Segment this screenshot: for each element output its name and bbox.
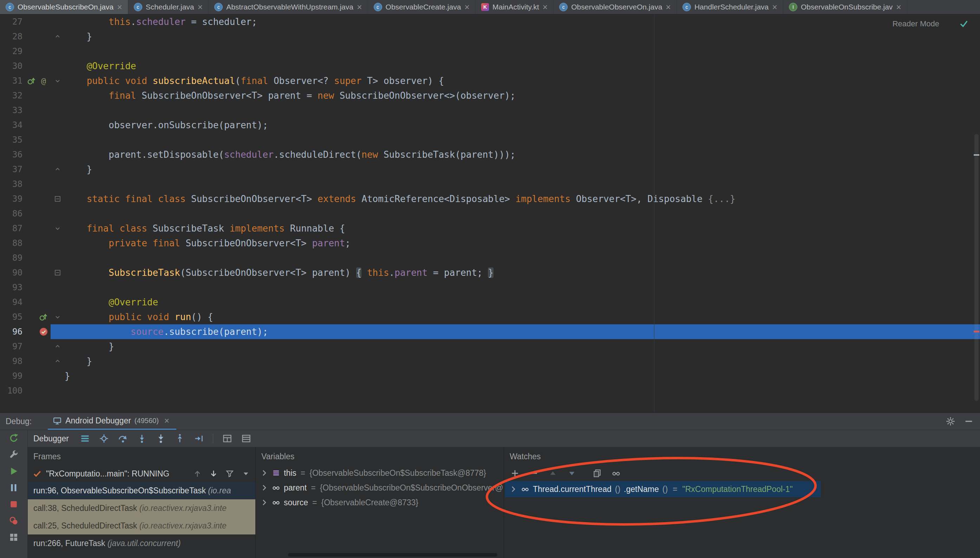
inspections-widget[interactable] [958, 18, 969, 31]
layout-grid-icon[interactable] [8, 532, 19, 543]
close-icon[interactable]: × [117, 3, 122, 11]
code-line[interactable]: 38 [0, 177, 980, 192]
line-number[interactable]: 99 [0, 371, 23, 381]
code-line[interactable]: 39 static final class SubscribeOnObserve… [0, 192, 980, 206]
stop-icon[interactable] [8, 499, 19, 509]
code-line[interactable]: 29 [0, 44, 980, 59]
line-number[interactable]: 89 [0, 253, 23, 263]
code-line[interactable]: 100 [0, 383, 980, 398]
fold-up-icon[interactable] [54, 358, 61, 365]
view-breakpoints-icon[interactable] [8, 515, 19, 526]
move-up-icon[interactable] [548, 469, 557, 478]
fold-box-icon[interactable] [54, 269, 61, 276]
stack-frame[interactable]: call:38, ScheduledDirectTask (io.reactiv… [28, 499, 256, 517]
threads-menu-icon[interactable] [80, 433, 90, 443]
variable-row[interactable]: this={ObservableSubscribeOn$SubscribeTas… [256, 466, 504, 480]
fold-column[interactable] [51, 313, 65, 320]
line-number[interactable]: 90 [0, 268, 23, 277]
code-line[interactable]: 87 final class SubscribeTask implements … [0, 221, 980, 236]
line-number[interactable]: 93 [0, 282, 23, 292]
code-line[interactable]: 99} [0, 369, 980, 383]
editor-tab[interactable]: KMainActivity.kt× [475, 0, 554, 14]
layout-settings-icon[interactable] [241, 433, 251, 443]
resume-icon[interactable] [8, 466, 19, 476]
chevron-right-icon[interactable] [260, 484, 268, 492]
breakpoint-icon[interactable] [39, 327, 49, 336]
step-over-icon[interactable] [118, 433, 128, 443]
line-number[interactable]: 27 [0, 17, 23, 27]
editor-tab[interactable]: IObservableOnSubscribe.jav× [783, 0, 907, 14]
line-number[interactable]: 86 [0, 209, 23, 218]
close-icon[interactable]: × [896, 3, 901, 11]
code-line[interactable]: 89 [0, 251, 980, 265]
close-icon[interactable]: × [198, 3, 203, 11]
scrollbar-thumb[interactable] [974, 134, 978, 401]
move-down-icon[interactable] [567, 469, 577, 478]
fold-up-icon[interactable] [54, 166, 61, 173]
variable-row[interactable]: parent={ObservableSubscribeOn$SubscribeO… [256, 480, 504, 495]
rerun-icon[interactable] [8, 433, 19, 443]
caret-down-icon[interactable] [241, 469, 251, 478]
minimize-icon[interactable] [964, 416, 973, 426]
show-watches-icon[interactable] [611, 469, 621, 478]
arrow-up-icon[interactable] [193, 469, 202, 478]
fold-column[interactable] [51, 358, 65, 365]
fold-down-icon[interactable] [54, 313, 61, 320]
close-icon[interactable]: × [665, 3, 671, 11]
code-line[interactable]: 37 } [0, 162, 980, 177]
duplicate-icon[interactable] [593, 469, 602, 478]
debug-session-tab[interactable]: Android Debugger (49560) × [48, 413, 176, 430]
code-line[interactable]: 30 @Override [0, 59, 980, 74]
tab-debugger[interactable]: Debugger [33, 434, 69, 443]
line-number[interactable]: 96 [0, 327, 23, 336]
code-line[interactable]: 33 [0, 103, 980, 118]
code-line[interactable]: 96 source.subscribe(parent); [0, 324, 980, 339]
line-number[interactable]: 100 [0, 386, 23, 396]
fold-column[interactable] [51, 269, 65, 276]
stack-frame[interactable]: call:25, ScheduledDirectTask (io.reactiv… [28, 517, 256, 535]
close-icon[interactable]: × [464, 3, 470, 11]
close-icon[interactable]: × [772, 3, 777, 11]
code-line[interactable]: 28 } [0, 29, 980, 44]
code-line[interactable]: 94 @Override [0, 295, 980, 310]
fold-column[interactable] [51, 77, 65, 84]
variable-row[interactable]: source={ObservableCreate@8733} [256, 495, 504, 510]
line-number[interactable]: 37 [0, 164, 23, 174]
code-line[interactable]: 93 [0, 280, 980, 295]
inspections-ok-icon[interactable] [958, 18, 969, 29]
add-watch-icon[interactable] [510, 469, 519, 478]
line-number[interactable]: 38 [0, 179, 23, 189]
code-line[interactable]: 97 } [0, 339, 980, 354]
step-out-icon[interactable] [175, 433, 185, 443]
stack-frame[interactable]: run:96, ObservableSubscribeOn$SubscribeT… [28, 482, 256, 499]
code-line[interactable]: 27 this.scheduler = scheduler; [0, 15, 980, 29]
code-line[interactable]: 35 [0, 133, 980, 147]
stack-frame[interactable]: run:266, FutureTask (java.util.concurren… [28, 535, 256, 552]
editor-tab[interactable]: cAbstractObservableWithUpstream.java× [209, 0, 368, 14]
line-number[interactable]: 98 [0, 356, 23, 366]
settings-wrench-icon[interactable] [8, 450, 19, 460]
line-number[interactable]: 35 [0, 135, 23, 145]
editor-tab[interactable]: cObservableSubscribeOn.java× [0, 0, 128, 14]
editor-tab[interactable]: cHandlerScheduler.java× [677, 0, 783, 14]
funnel-icon[interactable] [225, 469, 234, 478]
code-editor[interactable]: 27 this.scheduler = scheduler;28 }2930 @… [0, 15, 980, 413]
restore-layout-icon[interactable] [222, 433, 232, 443]
line-number[interactable]: 95 [0, 312, 23, 322]
show-execution-point-icon[interactable] [99, 433, 109, 443]
line-number[interactable]: 39 [0, 194, 23, 204]
close-icon[interactable]: × [543, 3, 548, 11]
chevron-right-icon[interactable] [260, 469, 268, 477]
line-number[interactable]: 34 [0, 120, 23, 130]
code-line[interactable]: 32 final SubscribeOnObserver<T> parent =… [0, 88, 980, 103]
horizontal-scrollbar-thumb[interactable] [288, 553, 497, 556]
editor-tab[interactable]: cObservableCreate.java× [368, 0, 475, 14]
code-line[interactable]: 36 parent.setDisposable(scheduler.schedu… [0, 147, 980, 162]
fold-column[interactable] [51, 195, 65, 202]
code-line[interactable]: 31@ public void subscribeActual(final Ob… [0, 74, 980, 88]
force-step-into-icon[interactable] [156, 433, 166, 443]
chevron-right-icon[interactable] [260, 498, 268, 507]
close-icon[interactable]: × [162, 416, 171, 425]
run-to-cursor-icon[interactable] [194, 433, 204, 443]
line-number[interactable]: 32 [0, 91, 23, 100]
